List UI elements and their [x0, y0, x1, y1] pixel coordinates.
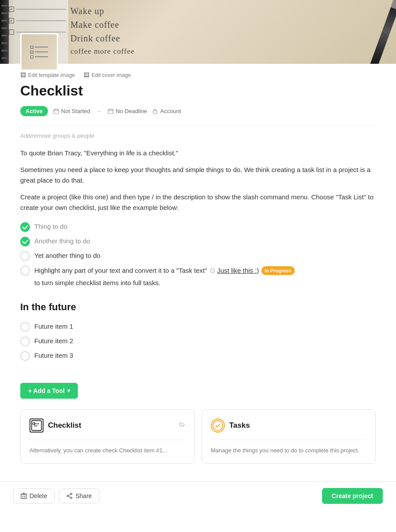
description-para3: Create a project (like this one) and the… [20, 192, 376, 213]
share-icon [66, 493, 73, 499]
svg-rect-13 [21, 494, 26, 499]
not-started-label: Not Started [61, 108, 90, 114]
task-label-4: Highlight any part of your text and conv… [34, 265, 376, 288]
cover-image: Wake up Make coffee Drink coffee coffee … [0, 0, 396, 64]
add-tool-button[interactable]: + Add a Tool ▾ [20, 383, 78, 399]
task-link[interactable]: Just like this :) [217, 266, 259, 276]
task-check-icon: ⊙ [209, 265, 215, 276]
trash-icon [21, 493, 27, 499]
checklist-tool-desc: Alternatively, you can create check Chec… [29, 440, 185, 455]
task-label-1: Thing to do [34, 222, 67, 232]
svg-rect-0 [54, 109, 59, 114]
svg-point-17 [71, 493, 73, 495]
account-label: Account [160, 108, 181, 114]
future-label-3: Future item 3 [34, 351, 73, 361]
future-checkbox-2[interactable] [20, 337, 30, 346]
project-title: Checklist [20, 83, 376, 99]
hw-line-1: Wake up [70, 6, 356, 16]
task-item-2: Another thing to do [20, 236, 376, 246]
future-item-2: Future item 2 [20, 336, 376, 346]
calendar-icon [53, 108, 59, 114]
status-badge[interactable]: Active [20, 106, 48, 116]
add-tool-label: + Add a Tool [28, 387, 65, 394]
future-task-list: Future item 1 Future item 2 Future item … [20, 322, 376, 361]
thumbnail-checklist: ✓ ✓ [27, 42, 51, 62]
privacy-icon [178, 421, 185, 430]
meta-divider [20, 125, 376, 125]
future-section-heading: In the future [20, 301, 376, 313]
future-label-2: Future item 2 [34, 336, 73, 346]
task-item-3: Yet another thing to do [20, 251, 376, 261]
edit-cover-label: Edit cover image [92, 72, 131, 78]
checkbox-3[interactable] [20, 251, 30, 261]
notebook-checklist: ✓ ✓ [9, 7, 66, 35]
svg-point-12 [213, 420, 223, 430]
tool-card-header-checklist: Checklist [29, 418, 185, 433]
svg-rect-9 [32, 420, 41, 430]
create-project-button[interactable]: Create project [322, 488, 383, 504]
task-item-4: Highlight any part of your text and conv… [20, 265, 376, 288]
description-para2: Sometimes you need a place to keep your … [20, 165, 376, 186]
no-deadline-label: No Deadline [116, 108, 147, 114]
delete-button[interactable]: Delete [13, 488, 55, 503]
task-list: Thing to do Another thing to do Yet anot… [20, 222, 376, 288]
thumbnail-inner: ✓ ✓ [22, 34, 57, 70]
future-item-1: Future item 1 [20, 322, 376, 332]
chevron-down-icon: ▾ [67, 388, 70, 394]
tasks-tool-icon [211, 418, 225, 433]
no-deadline-meta: No Deadline [108, 108, 147, 114]
svg-rect-4 [108, 109, 113, 114]
footer-left: Delete Share [13, 488, 99, 503]
cover-icon: 🖼 [84, 72, 89, 78]
task-item-1: Thing to do [20, 222, 376, 232]
not-started-meta: Not Started [53, 108, 90, 114]
page-container: Wake up Make coffee Drink coffee coffee … [0, 0, 396, 532]
pen-clip [391, 0, 396, 10]
template-thumbnail[interactable]: ✓ ✓ [20, 33, 58, 71]
tool-card-header-tasks: Tasks [211, 418, 367, 433]
edit-template-image-button[interactable]: 🖼 Edit template image [20, 72, 75, 78]
checkbox-1[interactable] [20, 222, 30, 232]
image-icon: 🖼 [20, 72, 26, 78]
edit-controls: 🖼 Edit template image 🖼 Edit cover image [0, 67, 396, 83]
task-label-2: Another thing to do [34, 236, 90, 246]
handwritten-lines: Wake up Make coffee Drink coffee coffee … [70, 2, 356, 59]
edit-cover-image-button[interactable]: 🖼 Edit cover image [84, 72, 131, 78]
svg-rect-8 [154, 111, 157, 114]
inprogress-badge: In Progress [261, 266, 295, 275]
tasks-tool-desc: Manage the things you need to do to comp… [211, 440, 367, 455]
task-label-3: Yet another thing to do [34, 251, 100, 261]
edit-template-label: Edit template image [28, 72, 75, 78]
svg-line-20 [69, 494, 71, 495]
delete-label: Delete [29, 492, 47, 499]
svg-point-18 [71, 497, 73, 499]
lock-icon [152, 108, 158, 114]
tool-card-checklist[interactable]: Checklist Alternatively, you can create … [20, 409, 194, 464]
checklist-tool-icon [29, 418, 44, 433]
tasks-tool-name: Tasks [229, 421, 250, 430]
hw-line-2: Make coffee [70, 20, 356, 30]
svg-point-19 [67, 495, 69, 497]
checkbox-4[interactable] [20, 266, 30, 275]
share-button[interactable]: Share [59, 488, 99, 503]
task-prefix-text: Highlight any part of your text and conv… [34, 266, 207, 276]
meta-row: Active Not Started → No Deadline Account [20, 106, 376, 116]
future-checkbox-1[interactable] [20, 322, 30, 332]
tool-card-tasks[interactable]: Tasks Manage the things you need to do t… [202, 409, 376, 464]
pen-body [364, 0, 396, 64]
account-meta: Account [152, 108, 181, 114]
notebook-spine [0, 0, 9, 64]
future-item-3: Future item 3 [20, 351, 376, 361]
content-area: Checklist Active Not Started → No Deadli… [0, 83, 396, 464]
tools-grid: Checklist Alternatively, you can create … [20, 409, 376, 464]
future-checkbox-3[interactable] [20, 351, 30, 361]
description-para1: To quote Brian Tracy, "Everything in lif… [20, 148, 376, 158]
share-label: Share [75, 492, 92, 499]
footer-bar: Delete Share Create project [0, 481, 396, 510]
checklist-tool-name: Checklist [48, 421, 81, 430]
checkbox-2[interactable] [20, 237, 30, 246]
add-people-link[interactable]: Add/remove groups & people [20, 132, 376, 139]
meta-arrow: → [96, 108, 102, 114]
pen-decoration [339, 0, 396, 64]
svg-line-21 [69, 496, 71, 498]
